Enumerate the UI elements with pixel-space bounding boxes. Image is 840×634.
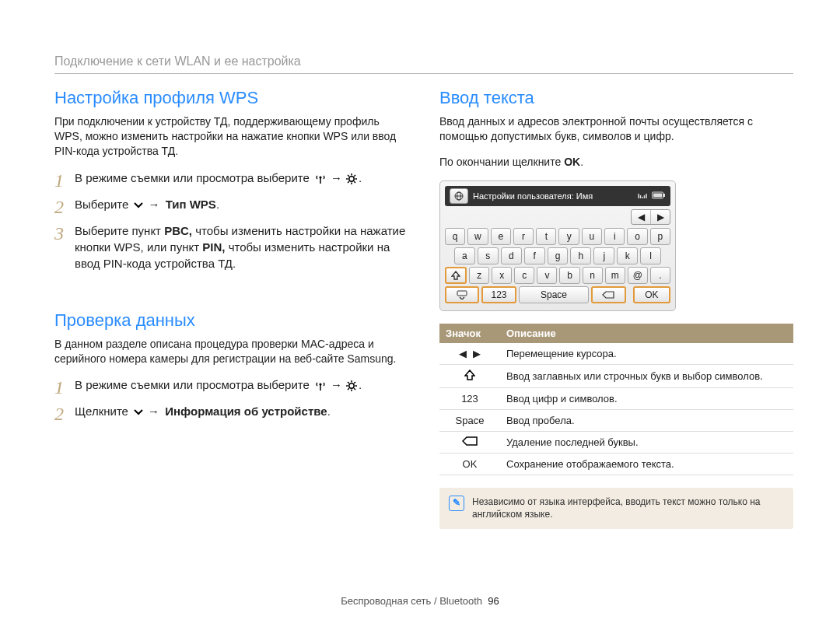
svg-line-18 <box>354 382 355 384</box>
text: . <box>216 198 219 211</box>
shift-icon <box>439 364 500 387</box>
key-y[interactable]: y <box>558 228 579 245</box>
text: . <box>327 405 331 418</box>
key-v[interactable]: v <box>537 267 557 284</box>
bold-text: Информация об устройстве <box>165 405 327 418</box>
steps-check: 1 В режиме съемки или просмотра выберите… <box>54 377 408 423</box>
note-box: ✎ Независимо от языка интерфейса, вводит… <box>439 488 793 530</box>
svg-line-9 <box>348 181 349 183</box>
key-l[interactable]: l <box>640 247 661 264</box>
cell-desc: Ввод цифр и символов. <box>500 387 793 409</box>
key-h[interactable]: h <box>570 247 591 264</box>
list-item: 1 В режиме съемки или просмотра выберите… <box>54 170 408 190</box>
arrow-icon: → <box>331 171 342 184</box>
list-item: 2 Щелкните → Информация об устройстве. <box>54 403 408 423</box>
key-n[interactable]: n <box>583 267 603 284</box>
key-space[interactable]: Space <box>519 286 590 303</box>
key-q[interactable]: q <box>445 228 465 245</box>
paragraph-input-intro: Ввод данных и адресов электронной почты … <box>439 114 793 144</box>
key-r[interactable]: r <box>513 228 534 245</box>
label-space: Space <box>439 409 500 431</box>
bold-text: PIN, <box>202 240 225 254</box>
arrow-icon: → <box>148 198 159 211</box>
key-p[interactable]: p <box>650 228 670 245</box>
key-dot[interactable]: . <box>650 267 670 284</box>
step-number: 3 <box>54 222 75 243</box>
key-o[interactable]: o <box>627 228 647 245</box>
key-u[interactable]: u <box>582 228 602 245</box>
key-c[interactable]: c <box>514 267 534 284</box>
key-j[interactable]: j <box>593 247 614 264</box>
arrow-icon: → <box>331 378 342 391</box>
arrow-icon: → <box>148 405 159 418</box>
svg-point-1 <box>349 177 354 181</box>
svg-line-6 <box>348 175 349 177</box>
gear-icon <box>346 173 357 184</box>
step-body: Выберите пункт PBC, чтобы изменить настр… <box>75 222 408 271</box>
text: . <box>580 156 583 168</box>
key-backspace[interactable] <box>591 286 625 303</box>
bold-text: OK <box>564 156 580 168</box>
paragraph-wps-intro: При подключении к устройству ТД, поддерж… <box>54 114 408 159</box>
key-k[interactable]: k <box>617 247 638 264</box>
step-number: 2 <box>54 196 75 216</box>
step-number: 2 <box>54 403 75 423</box>
battery-icon <box>652 191 666 201</box>
key-shift[interactable] <box>445 267 467 284</box>
key-d[interactable]: d <box>501 247 522 264</box>
cursor-icons: ◀ ▶ <box>439 343 500 365</box>
key-t[interactable]: t <box>536 228 556 245</box>
key-ok[interactable]: OK <box>633 286 670 303</box>
heading-wps: Настройка профиля WPS <box>54 88 408 108</box>
column-left: Настройка профиля WPS При подключении к … <box>54 88 408 529</box>
svg-rect-24 <box>653 193 662 197</box>
list-item: 2 Выберите → Тип WPS. <box>54 196 408 216</box>
cell-desc: Ввод заглавных или строчных букв и выбор… <box>500 364 793 387</box>
key-x[interactable]: x <box>492 267 512 284</box>
key-w[interactable]: w <box>467 228 488 245</box>
svg-rect-26 <box>457 291 467 296</box>
keyboard-illustration: Настройки пользователя: Имя ◀ ▶ q w e r <box>439 180 676 311</box>
cursor-left-icon[interactable]: ◀ <box>632 210 650 224</box>
key-i[interactable]: i <box>604 228 625 245</box>
key-s[interactable]: s <box>478 247 499 264</box>
svg-line-19 <box>348 389 349 391</box>
bold-text: Тип WPS <box>166 198 216 211</box>
list-item: 1 В режиме съемки или просмотра выберите… <box>54 377 408 397</box>
heading-check: Проверка данных <box>54 310 408 331</box>
table-row: ◀ ▶ Перемещение курсора. <box>439 343 793 365</box>
step-number: 1 <box>54 377 75 397</box>
page-header: Подключение к сети WLAN и ее настройка <box>54 54 793 74</box>
svg-line-17 <box>354 389 355 391</box>
text: . <box>359 378 362 391</box>
backspace-icon <box>439 431 500 453</box>
key-g[interactable]: g <box>548 247 569 264</box>
svg-line-8 <box>354 175 355 177</box>
table-row: Удаление последней буквы. <box>439 431 793 453</box>
table-head-icon: Значок <box>439 324 500 343</box>
text: В режиме съемки или просмотра выберите <box>75 171 313 184</box>
key-e[interactable]: e <box>491 228 511 245</box>
key-hide[interactable] <box>445 286 479 303</box>
chevron-down-icon <box>133 408 144 417</box>
text: Выберите <box>75 198 131 211</box>
gear-icon <box>346 380 357 391</box>
key-a[interactable]: a <box>454 247 475 264</box>
key-m[interactable]: m <box>605 267 625 284</box>
key-123[interactable]: 123 <box>481 286 516 303</box>
steps-wps: 1 В режиме съемки или просмотра выберите… <box>54 170 408 271</box>
keyboard-row-3: z x c v b n m @ . <box>445 267 670 284</box>
antenna-icon <box>314 173 327 184</box>
cursor-keys: ◀ ▶ <box>631 209 670 225</box>
key-b[interactable]: b <box>559 267 579 284</box>
key-at[interactable]: @ <box>628 267 648 284</box>
step-body: Щелкните → Информация об устройстве. <box>75 403 408 419</box>
svg-point-11 <box>349 384 354 388</box>
key-f[interactable]: f <box>524 247 545 264</box>
page: Подключение к сети WLAN и ее настройка Н… <box>0 0 840 634</box>
columns: Настройка профиля WPS При подключении к … <box>54 88 793 529</box>
cursor-right-icon[interactable]: ▶ <box>650 210 670 224</box>
keyboard-row-1: q w e r t y u i o p <box>445 228 670 245</box>
key-z[interactable]: z <box>469 267 489 284</box>
page-footer: Беспроводная сеть / Bluetooth 96 <box>0 595 840 607</box>
